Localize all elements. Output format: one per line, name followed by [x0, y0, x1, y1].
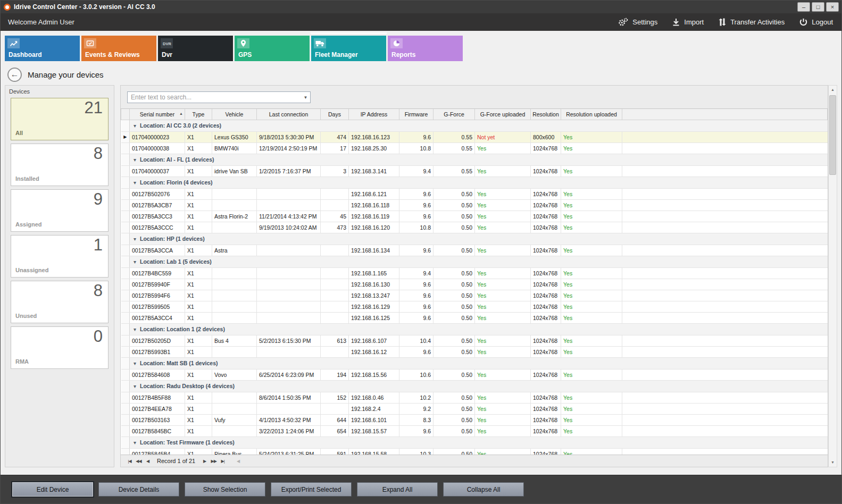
cell-last-connection[interactable]: 3/22/2013 1:24:06 PM — [257, 425, 321, 436]
cell-g-force-uploaded[interactable]: Yes — [475, 301, 531, 312]
cell-resolution-uploaded[interactable]: Yes — [561, 290, 622, 301]
column-header-firmware[interactable]: Firmware — [399, 109, 433, 120]
cell-resolution[interactable]: 1024x768 — [531, 312, 561, 323]
cell-type[interactable]: X1 — [185, 392, 212, 403]
search-input[interactable] — [128, 94, 301, 101]
cell-g-force-uploaded[interactable]: Yes — [475, 165, 531, 177]
cell-serial[interactable]: 00127B5A3CCC — [130, 222, 185, 233]
device-row[interactable]: 00127B5A3CB7X1192.168.16.1189.60.50Yes10… — [121, 199, 828, 211]
column-header-type[interactable]: Type — [185, 109, 212, 120]
cell-type[interactable]: X1 — [185, 267, 212, 279]
edit-device-button[interactable]: Edit Device — [12, 482, 93, 497]
cell-g-force-uploaded[interactable]: Yes — [475, 425, 531, 436]
cell-vehicle[interactable] — [212, 425, 257, 436]
vertical-scrollbar[interactable]: ▲ ▼ — [828, 85, 837, 467]
cell-serial[interactable]: 00127B5A3CC3 — [130, 211, 185, 222]
cell-g-force[interactable]: 0.50 — [433, 414, 475, 425]
cell-vehicle[interactable] — [212, 290, 257, 301]
column-header-last-connection[interactable]: Last connection — [257, 109, 321, 120]
topbar-action-logout[interactable]: Logout — [799, 18, 833, 26]
cell-vehicle[interactable]: Bus 4 — [212, 335, 257, 346]
device-row[interactable]: 00127B5A3CCAX1Astra192.168.16.1349.60.50… — [121, 245, 828, 256]
cell-resolution-uploaded[interactable]: Yes — [561, 335, 622, 346]
cell-g-force[interactable]: 0.50 — [433, 392, 475, 403]
cell-resolution[interactable]: 800x600 — [531, 131, 561, 142]
cell-ip[interactable]: 192.168.2.4 — [349, 403, 399, 414]
cell-resolution[interactable]: 1024x768 — [531, 222, 561, 233]
cell-resolution-uploaded[interactable]: Yes — [561, 188, 622, 199]
cell-resolution-uploaded[interactable]: Yes — [561, 199, 622, 211]
cell-last-connection[interactable] — [257, 403, 321, 414]
device-row[interactable]: ▶017040000023X1Lexus GS3509/18/2013 5:30… — [121, 131, 828, 142]
cell-type[interactable]: X1 — [185, 301, 212, 312]
column-header-ip-address[interactable]: IP Address — [349, 109, 399, 120]
cell-last-connection[interactable] — [257, 312, 321, 323]
cell-type[interactable]: X1 — [185, 448, 212, 455]
cell-last-connection[interactable] — [257, 267, 321, 279]
cell-g-force-uploaded[interactable]: Yes — [475, 392, 531, 403]
group-row-header[interactable]: ▾Location: Radu Desktop (4 devices) — [130, 380, 828, 392]
group-row-header[interactable]: ▾Location: Al CC 3.0 (2 devices) — [130, 120, 828, 131]
cell-last-connection[interactable]: 1/2/2015 7:16:37 PM — [257, 165, 321, 177]
cell-days[interactable]: 473 — [321, 222, 349, 233]
column-header-resolution[interactable]: Resolution — [531, 109, 561, 120]
cell-days[interactable] — [321, 290, 349, 301]
cell-resolution[interactable]: 1024x768 — [531, 392, 561, 403]
cell-g-force[interactable]: 0.50 — [433, 188, 475, 199]
cell-resolution[interactable]: 1024x768 — [531, 414, 561, 425]
cell-serial[interactable]: 00127B5845B4 — [130, 448, 185, 455]
pager-next-icon[interactable]: ▶ — [200, 459, 209, 464]
cell-vehicle[interactable] — [212, 346, 257, 357]
device-row[interactable]: 00127B5A3CCCX19/19/2013 10:24:02 AM47319… — [121, 222, 828, 233]
cell-vehicle[interactable]: Vufy — [212, 414, 257, 425]
cell-serial[interactable]: 00127B5994F6 — [130, 290, 185, 301]
cell-g-force-uploaded[interactable]: Yes — [475, 245, 531, 256]
cell-last-connection[interactable]: 12/19/2014 2:50:19 PM — [257, 142, 321, 154]
device-filter-card-unused[interactable]: 8Unused — [11, 281, 109, 323]
cell-resolution-uploaded[interactable]: Yes — [561, 245, 622, 256]
export-print-selected-button[interactable]: Export/Print Selected — [271, 482, 352, 497]
show-selection-button[interactable]: Show Selection — [185, 482, 265, 497]
cell-resolution[interactable]: 1024x768 — [531, 165, 561, 177]
cell-type[interactable]: X1 — [185, 199, 212, 211]
cell-type[interactable]: X1 — [185, 369, 212, 380]
device-row[interactable]: 017040000037X1idrive Van SB1/2/2015 7:16… — [121, 165, 828, 177]
cell-serial[interactable]: 00127B5A3CCA — [130, 245, 185, 256]
cell-firmware[interactable]: 10.3 — [399, 448, 433, 455]
cell-serial[interactable]: 00127B50205D — [130, 335, 185, 346]
cell-ip[interactable]: 192.168.16.123 — [349, 131, 399, 142]
cell-days[interactable] — [321, 245, 349, 256]
cell-resolution-uploaded[interactable]: Yes — [561, 279, 622, 290]
cell-ip[interactable]: 192.168.0.46 — [349, 392, 399, 403]
device-filter-card-unassigned[interactable]: 1Unassigned — [11, 235, 109, 278]
cell-last-connection[interactable] — [257, 279, 321, 290]
cell-firmware[interactable]: 9.4 — [399, 165, 433, 177]
cell-resolution[interactable]: 1024x768 — [531, 142, 561, 154]
tab-dashboard[interactable]: Dashboard — [5, 36, 80, 61]
cell-vehicle[interactable]: Astra — [212, 245, 257, 256]
cell-resolution[interactable]: 1024x768 — [531, 199, 561, 211]
tab-dvr[interactable]: DVRDvr — [158, 36, 233, 61]
cell-firmware[interactable]: 9.6 — [399, 131, 433, 142]
cell-serial[interactable]: 017040000037 — [130, 165, 185, 177]
expand-all-button[interactable]: Expand All — [357, 482, 438, 497]
cell-serial[interactable]: 00127B503163 — [130, 414, 185, 425]
cell-resolution-uploaded[interactable]: Yes — [561, 369, 622, 380]
cell-resolution[interactable]: 1024x768 — [531, 290, 561, 301]
cell-vehicle[interactable] — [212, 222, 257, 233]
column-header-vehicle[interactable]: Vehicle — [212, 109, 257, 120]
cell-g-force[interactable]: 0.50 — [433, 425, 475, 436]
cell-g-force[interactable]: 0.50 — [433, 312, 475, 323]
topbar-action-settings[interactable]: Settings — [618, 18, 657, 27]
column-header-g-force[interactable]: G-Force — [433, 109, 475, 120]
cell-last-connection[interactable] — [257, 290, 321, 301]
cell-firmware[interactable]: 9.6 — [399, 346, 433, 357]
cell-last-connection[interactable] — [257, 188, 321, 199]
cell-vehicle[interactable]: Vovo — [212, 369, 257, 380]
cell-type[interactable]: X1 — [185, 414, 212, 425]
cell-g-force-uploaded[interactable]: Not yet — [475, 131, 531, 142]
cell-resolution-uploaded[interactable]: Yes — [561, 425, 622, 436]
cell-resolution[interactable]: 1024x768 — [531, 425, 561, 436]
cell-days[interactable]: 644 — [321, 414, 349, 425]
cell-resolution-uploaded[interactable]: Yes — [561, 131, 622, 142]
